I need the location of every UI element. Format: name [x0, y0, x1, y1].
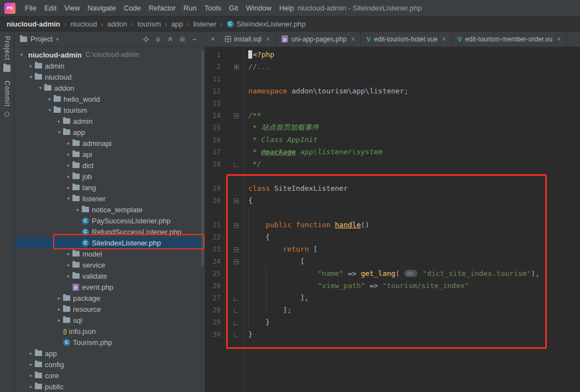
breadcrumb-item[interactable]: listener [193, 20, 216, 28]
chevron-right-icon[interactable]: ▸ [65, 262, 72, 268]
chevron-right-icon[interactable]: ▸ [27, 351, 35, 356]
breadcrumb-item[interactable]: niucloud-admin [7, 20, 60, 28]
menu-git[interactable]: Git [225, 2, 242, 14]
chevron-right-icon[interactable]: ▸ [55, 295, 63, 301]
chevron-down-icon[interactable]: ▾ [27, 74, 35, 80]
code-editor[interactable]: 1<?php2//...1112namespace addon\tourism\… [205, 47, 580, 392]
breadcrumb-item[interactable]: tourism [137, 20, 161, 28]
expand-all-icon[interactable] [154, 35, 163, 44]
fold-marker-icon[interactable] [234, 198, 239, 203]
collapse-all-icon[interactable] [166, 35, 175, 44]
chevron-right-icon[interactable]: ▸ [27, 362, 35, 367]
chevron-right-icon[interactable]: ▸ [55, 306, 63, 312]
locate-file-icon[interactable] [142, 35, 150, 44]
chevron-right-icon[interactable]: ▸ [65, 251, 72, 257]
menu-view[interactable]: View [60, 2, 83, 14]
breadcrumb-item[interactable]: CSiteIndexListener.php [227, 20, 306, 28]
fold-marker-icon[interactable] [234, 163, 238, 167]
fold-marker-icon[interactable] [234, 297, 238, 301]
settings-gear-icon[interactable] [178, 35, 187, 44]
scrollbar-thumb[interactable] [201, 50, 204, 266]
menu-code[interactable]: Code [120, 2, 145, 14]
stripe-project-button[interactable]: Project [3, 36, 11, 72]
tree-item-config[interactable]: ▸config [14, 359, 205, 370]
stripe-commit-button[interactable]: Commit [3, 81, 11, 116]
breadcrumb-item[interactable]: niucloud [70, 20, 97, 28]
tree-item-job[interactable]: ▸job [14, 171, 205, 182]
tree-item-validate[interactable]: ▸validate [14, 270, 205, 281]
fold-marker-icon[interactable] [234, 65, 239, 70]
chevron-right-icon[interactable]: ▸ [46, 96, 54, 102]
tree-item-refundsuccesslistener-php[interactable]: CRefundSuccessListener.php [14, 226, 205, 237]
editor-tab-install-sql[interactable]: install.sql× [220, 32, 276, 46]
tree-item-resource[interactable]: ▸resource [14, 304, 205, 315]
menu-help[interactable]: Help [275, 2, 298, 14]
chevron-right-icon[interactable]: ▸ [65, 163, 72, 168]
tree-item-model[interactable]: ▸model [14, 248, 205, 259]
tree-item-sql[interactable]: ▸sql [14, 315, 205, 326]
fold-marker-icon[interactable] [234, 113, 239, 118]
menu-navigate[interactable]: Navigate [83, 2, 119, 14]
chevron-right-icon[interactable]: ▸ [65, 140, 72, 146]
tree-item-api[interactable]: ▸api [14, 149, 205, 160]
tree-item-hello-world[interactable]: ▸hello_world [14, 93, 205, 104]
fold-marker-icon[interactable] [234, 333, 238, 337]
tree-item-admin[interactable]: ▸admin [14, 60, 205, 71]
fold-marker-icon[interactable] [234, 309, 238, 313]
tree-item-niucloud[interactable]: ▾niucloud [14, 71, 205, 82]
tree-item-paysuccesslistener-php[interactable]: CPaySuccessListener.php [14, 215, 205, 226]
fold-marker-icon[interactable] [234, 247, 239, 252]
tree-item-public[interactable]: ▸public [14, 381, 205, 392]
project-panel-title[interactable]: Project [30, 35, 53, 43]
hide-panel-icon[interactable]: − [190, 35, 199, 44]
chevron-right-icon[interactable]: ▸ [55, 317, 63, 323]
tab-close-icon[interactable]: × [557, 35, 561, 43]
menu-file[interactable]: File [21, 2, 40, 14]
tree-item-adminapi[interactable]: ▸adminapi [14, 138, 205, 149]
tab-close-icon[interactable]: × [442, 35, 446, 43]
chevron-right-icon[interactable]: ▸ [27, 63, 35, 69]
tree-item-addon[interactable]: ▾addon [14, 82, 205, 93]
tree-item-tourism-php[interactable]: CTourism.php [14, 337, 205, 348]
tree-item-app[interactable]: ▸app [14, 348, 205, 359]
tree-item-listener[interactable]: ▾listener [14, 193, 205, 204]
tree-item-tourism[interactable]: ▾tourism [14, 104, 205, 116]
editor-tab-uni-app-pages-php[interactable]: puni-app-pages.php× [276, 32, 361, 46]
menu-window[interactable]: Window [242, 2, 275, 14]
editor-tab-edit-tourism-member-order-vu[interactable]: Vedit-tourism-member-order.vu× [452, 32, 567, 46]
tree-item-notice-template[interactable]: ▸notice_template [14, 204, 205, 215]
tree-item-dict[interactable]: ▸dict [14, 160, 205, 171]
tree-item-admin[interactable]: ▸admin [14, 116, 205, 127]
tree-item-event-php[interactable]: pevent.php [14, 281, 205, 292]
fold-marker-icon[interactable] [234, 321, 238, 325]
menu-edit[interactable]: Edit [40, 2, 60, 14]
tree-item-niucloud-admin[interactable]: ▾niucloud-adminC:\niucloud-admin [14, 49, 205, 60]
chevron-right-icon[interactable]: ▸ [27, 373, 35, 378]
tree-item-lang[interactable]: ▸lang [14, 182, 205, 193]
breadcrumb-item[interactable]: app [171, 20, 183, 28]
chevron-down-icon[interactable]: ▾ [55, 129, 63, 135]
chevron-down-icon[interactable]: ▾ [46, 107, 54, 113]
tree-item-service[interactable]: ▸service [14, 259, 205, 270]
tab-close-icon[interactable]: × [351, 35, 355, 43]
menu-tools[interactable]: Tools [201, 2, 225, 14]
chevron-right-icon[interactable]: ▸ [55, 118, 63, 124]
tree-item-siteindexlistener-php[interactable]: CSiteIndexListener.php [14, 237, 205, 248]
chevron-right-icon[interactable]: ▸ [65, 174, 72, 179]
menu-refactor[interactable]: Refactor [145, 2, 180, 14]
fold-marker-icon[interactable] [234, 259, 239, 264]
chevron-right-icon[interactable]: ▸ [65, 273, 72, 279]
chevron-down-icon[interactable]: ▾ [18, 52, 25, 58]
chevron-right-icon[interactable]: ▸ [27, 384, 35, 389]
breadcrumb-item[interactable]: addon [107, 20, 127, 28]
editor-tab-edit-tourism-hotel-vue[interactable]: Vedit-tourism-hotel.vue× [361, 32, 452, 46]
fold-marker-icon[interactable] [234, 223, 239, 228]
close-icon[interactable]: × [211, 35, 215, 43]
tree-item-app[interactable]: ▾app [14, 127, 205, 138]
chevron-right-icon[interactable]: ▸ [65, 185, 72, 190]
tab-close-icon[interactable]: × [266, 35, 270, 43]
chevron-right-icon[interactable]: ▸ [65, 151, 72, 157]
menu-run[interactable]: Run [180, 2, 201, 14]
chevron-down-icon[interactable]: ▾ [36, 85, 44, 91]
tree-item-core[interactable]: ▸core [14, 370, 205, 381]
